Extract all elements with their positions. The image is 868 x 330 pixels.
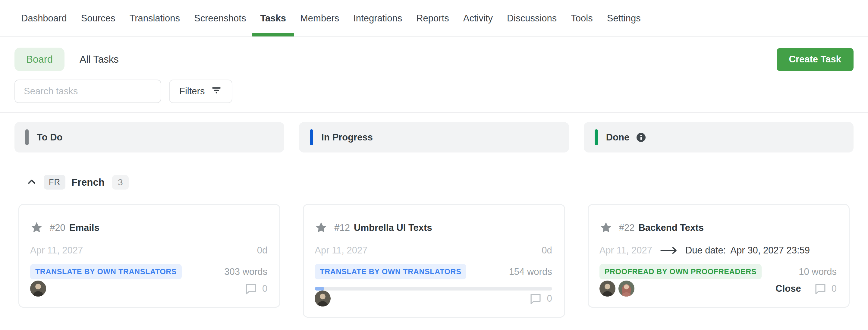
due-date-label: Due date: [685,245,726,256]
assignee-avatar [618,280,634,297]
column-in-progress-label: In Progress [321,132,373,143]
card-title-row: #20 Emails [30,221,267,234]
word-count: 10 words [799,266,837,277]
task-id: #20 [50,222,65,233]
progress-bar-fill [315,287,324,291]
comment-count: 0 [262,283,267,294]
task-title: Emails [69,222,99,233]
create-task-button[interactable]: Create Task [777,48,854,71]
duration: 0d [257,245,267,256]
filters-button-label: Filters [179,86,205,97]
language-group-header: FR French 3 [14,175,854,189]
comments-button[interactable]: 0 [244,282,267,295]
nav-translations[interactable]: Translations [129,0,180,36]
word-count: 303 words [224,266,267,277]
nav-screenshots[interactable]: Screenshots [194,0,246,36]
comments-button[interactable]: 0 [814,282,837,295]
card-dates-row: Apr 11, 2027 0d [315,245,552,256]
filter-lines-icon [211,84,222,98]
close-task-button[interactable]: Close [775,283,801,294]
card-footer: Close 0 [599,280,837,297]
column-todo-label: To Do [37,132,63,143]
card-footer: 0 [30,280,267,297]
todo-status-indicator [25,129,29,145]
board-columns: To Do In Progress Done [14,122,854,152]
task-type-badge: TRANSLATE BY OWN TRANSLATORS [315,264,466,279]
card-dates-row: Apr 11, 2027 0d [30,245,267,256]
in-progress-status-indicator [310,129,313,145]
nav-settings[interactable]: Settings [607,0,641,36]
column-todo: To Do [14,122,284,152]
star-icon[interactable] [315,221,328,234]
search-input[interactable] [14,80,161,103]
comment-bubble-icon [814,282,827,295]
filter-bar: Filters [14,80,854,103]
nav-members[interactable]: Members [300,0,339,36]
task-id: #12 [334,222,350,233]
assignee-avatar [30,280,46,297]
tasks-page: Board All Tasks Create Task Filters To D… [0,48,868,318]
nav-integrations[interactable]: Integrations [353,0,402,36]
comment-count: 0 [547,293,552,304]
card-badge-row: TRANSLATE BY OWN TRANSLATORS 154 words [315,264,552,279]
arrow-right-icon [660,246,678,254]
card-badge-row: TRANSLATE BY OWN TRANSLATORS 303 words [30,264,267,279]
card-badge-row: PROOFREAD BY OWN PROOFREADERS 10 words [599,264,837,279]
nav-discussions[interactable]: Discussions [507,0,557,36]
top-nav: Dashboard Sources Translations Screensho… [0,0,868,37]
task-card-backend-texts[interactable]: #22 Backend Texts Apr 11, 2027 Due date:… [588,204,849,308]
task-id: #22 [619,222,635,233]
duration: 0d [541,245,552,256]
nav-dashboard[interactable]: Dashboard [21,0,67,36]
card-dates-row: Apr 11, 2027 Due date: Apr 30, 2027 23:5… [599,245,837,256]
nav-tools[interactable]: Tools [571,0,592,36]
done-status-indicator [595,129,598,145]
collapse-group-button[interactable] [26,176,38,188]
progress-bar [315,287,552,291]
group-task-count: 3 [112,175,129,189]
column-in-progress: In Progress [299,122,569,152]
start-date: Apr 11, 2027 [599,245,652,256]
comment-count: 0 [832,283,837,294]
star-icon[interactable] [30,221,43,234]
language-name: French [71,177,104,188]
task-type-badge: PROOFREAD BY OWN PROOFREADERS [599,264,762,279]
divider [0,112,868,113]
due-date-value: Apr 30, 2027 23:59 [730,245,810,256]
card-footer: 0 [315,291,552,306]
comments-button[interactable]: 0 [529,292,552,305]
assignee-avatar [315,291,331,306]
filters-button[interactable]: Filters [169,80,232,103]
column-done: Done [584,122,854,152]
start-date: Apr 11, 2027 [315,245,367,256]
chevron-up-icon [26,176,37,188]
task-card-umbrella-ui-texts[interactable]: #12 Umbrella UI Texts Apr 11, 2027 0d TR… [303,204,565,318]
nav-tasks[interactable]: Tasks [260,0,286,36]
column-done-label: Done [606,132,629,143]
language-code-badge: FR [44,175,65,189]
word-count: 154 words [509,266,552,277]
task-title: Umbrella UI Texts [354,222,432,233]
card-title-row: #12 Umbrella UI Texts [315,221,552,234]
tab-all-tasks[interactable]: All Tasks [80,54,119,65]
task-type-badge: TRANSLATE BY OWN TRANSLATORS [30,264,182,279]
nav-activity[interactable]: Activity [463,0,493,36]
tab-board[interactable]: Board [14,48,64,71]
view-toolbar: Board All Tasks Create Task [14,48,854,71]
comment-bubble-icon [529,292,542,305]
task-cards-row: #20 Emails Apr 11, 2027 0d TRANSLATE BY … [14,204,854,318]
assignee-avatar [599,280,615,297]
nav-reports[interactable]: Reports [416,0,449,36]
info-icon[interactable] [636,132,647,143]
comment-bubble-icon [244,282,258,295]
start-date: Apr 11, 2027 [30,245,83,256]
task-card-emails[interactable]: #20 Emails Apr 11, 2027 0d TRANSLATE BY … [19,204,280,308]
task-title: Backend Texts [638,222,704,233]
star-icon[interactable] [599,221,613,234]
nav-sources[interactable]: Sources [81,0,116,36]
card-title-row: #22 Backend Texts [599,221,837,234]
